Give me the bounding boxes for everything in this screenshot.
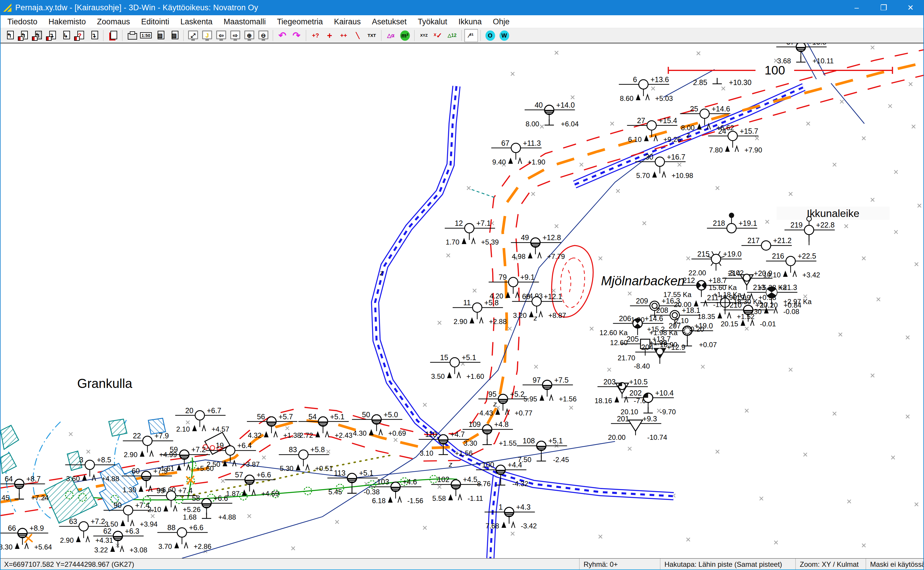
survey-point-12[interactable]: 12+7.11.70+5.39 xyxy=(445,219,499,246)
survey-point-100[interactable]: 100+4.48.76-4.32 xyxy=(476,461,528,487)
svg-text:+4.57: +4.57 xyxy=(212,425,229,433)
point-info-button[interactable]: +? xyxy=(309,29,322,42)
read-multiple-glyph: ↰ xyxy=(35,32,40,38)
survey-point-49[interactable]: 49+12.84.98+7.79 xyxy=(511,233,565,260)
svg-text:+4.88: +4.88 xyxy=(218,513,236,521)
survey-point-59[interactable]: 59+7.21.61+5.60 xyxy=(160,445,214,472)
survey-point-109[interactable]: 109+4.83.30+1.55 xyxy=(463,420,517,447)
text-tool-button[interactable]: TXT xyxy=(365,29,379,42)
svg-text:+9.26: +9.26 xyxy=(663,135,681,143)
survey-point-201[interactable]: 201+9.320.00-10.74 xyxy=(608,415,667,441)
survey-point-97[interactable]: 97+7.55.95+1.56 xyxy=(522,376,577,403)
survey-point-83[interactable]: 83+5.85.30+0.51 xyxy=(279,445,333,472)
survey-point-57[interactable]: 57+6.61.87+4.69 xyxy=(225,470,279,498)
survey-point-219[interactable]: 219+22.8 xyxy=(785,216,835,245)
zoom-in-button[interactable]: ⊕ xyxy=(243,29,256,42)
survey-point-102[interactable]: 102+4.55.58-1.11 xyxy=(431,475,483,502)
menu-hakemisto[interactable]: Hakemisto xyxy=(43,15,92,28)
zoom-out-button[interactable]: ⊖ xyxy=(257,29,270,42)
file-transfer-button[interactable]: ↳ xyxy=(59,29,72,42)
save-query-button[interactable]: ? xyxy=(73,29,86,42)
document-manager-button[interactable] xyxy=(106,29,119,42)
menu-ohje[interactable]: Ohje xyxy=(487,15,515,28)
svg-text:+18.7: +18.7 xyxy=(709,276,727,284)
read-multiple-button[interactable]: ↰ xyxy=(31,29,44,42)
sheet-settings-button[interactable]: ▤ xyxy=(153,29,167,42)
point-add-button[interactable]: + xyxy=(323,29,336,42)
svg-text:+5.1: +5.1 xyxy=(330,412,345,421)
tool-o-button[interactable]: O xyxy=(483,29,497,42)
open-file-format-button[interactable]: ↰ xyxy=(17,29,30,42)
area-calc-button[interactable]: m² xyxy=(398,29,412,42)
menu-tiedosto[interactable]: Tiedosto xyxy=(2,15,43,28)
survey-point-15[interactable]: 15+5.13.50+1.60 xyxy=(430,353,484,380)
pan-left-button[interactable]: ⇦ xyxy=(214,29,228,42)
menu-tiegeometria[interactable]: Tiegeometria xyxy=(271,15,328,28)
menu-maastomalli[interactable]: Maastomalli xyxy=(218,15,271,28)
cross-section-21-button[interactable]: ∕²¹ xyxy=(464,29,478,42)
svg-text:+4.5: +4.5 xyxy=(463,475,477,484)
map-canvas[interactable]: Ikkunaleikezzzzz100GrankullaMjölnarbacke… xyxy=(0,43,924,558)
survey-point-20[interactable]: 20+6.72.10+4.57 xyxy=(175,406,229,434)
menu-ikkuna[interactable]: Ikkuna xyxy=(453,15,487,28)
menu-zoomaus[interactable]: Zoomaus xyxy=(92,15,136,28)
survey-point-67[interactable]: 67+11.39.40+1.90 xyxy=(491,139,545,166)
menu-kairaus[interactable]: Kairaus xyxy=(328,15,367,28)
survey-point-202[interactable]: 202+10.420.10-9.70 xyxy=(620,389,676,416)
svg-text:25: 25 xyxy=(690,105,698,113)
survey-point-88[interactable]: 88+6.63.70+2.86 xyxy=(157,523,212,550)
tool-w-button[interactable]: W xyxy=(498,29,511,42)
zoom-fit-button[interactable]: ⤢ xyxy=(186,29,200,42)
close-button[interactable]: ✕ xyxy=(897,0,924,15)
svg-text:108: 108 xyxy=(522,437,535,445)
survey-point-40[interactable]: 40+14.08.00+6.04 xyxy=(525,101,579,128)
maximize-button[interactable]: ❐ xyxy=(870,0,897,15)
sheet-hatch-button[interactable]: ▨ xyxy=(167,29,181,42)
survey-point-95[interactable]: 95+5.24.43+0.77 xyxy=(478,390,533,417)
svg-text:+3.42: +3.42 xyxy=(802,271,820,279)
point-edit-multi-button[interactable]: ++ xyxy=(337,29,350,42)
svg-text:204: 204 xyxy=(641,343,654,351)
svg-text:5.58: 5.58 xyxy=(432,494,446,502)
save-file-button[interactable]: ↴ xyxy=(45,29,58,42)
print-button[interactable] xyxy=(125,29,139,42)
survey-point-37[interactable]: 37+13.83.68+10.11 xyxy=(776,43,834,65)
survey-point-6[interactable]: 6+13.68.60+5.03 xyxy=(619,75,673,102)
line-edit-glyph: ╲ xyxy=(356,32,359,38)
menu-työkalut[interactable]: Työkalut xyxy=(412,15,453,28)
zoom-previous-button[interactable]: J xyxy=(200,29,214,42)
survey-point-217[interactable]: 217+21.2 xyxy=(741,236,792,250)
svg-text:+4.69: +4.69 xyxy=(261,490,279,498)
svg-text:+12.1: +12.1 xyxy=(544,292,562,300)
point-check-button[interactable]: ˣ✓ xyxy=(431,29,445,42)
survey-point-27[interactable]: 27+15.46.10+9.26 xyxy=(627,116,681,143)
survey-point-218[interactable]: 218+19.1 xyxy=(707,213,757,233)
redo-button[interactable]: ↷ xyxy=(290,29,303,42)
survey-point-113[interactable]: 113+5.15.45-0.38 xyxy=(328,469,380,496)
area-calc-glyph: m² xyxy=(402,32,408,38)
survey-point-79[interactable]: 79+9.14.20+4.93 xyxy=(489,273,543,300)
undo-button[interactable]: ↶ xyxy=(276,29,289,42)
minimize-button[interactable]: – xyxy=(843,0,870,15)
survey-point-56[interactable]: 56+5.74.32+1.38 xyxy=(247,412,301,440)
survey-point-aux[interactable]: 2.85+10.30 xyxy=(693,78,751,86)
toolbar-separator xyxy=(103,30,104,41)
svg-text:+6.6: +6.6 xyxy=(189,523,203,532)
svg-text:+6.6: +6.6 xyxy=(214,494,228,502)
menu-editointi[interactable]: Editointi xyxy=(136,15,175,28)
triangle-calc-button[interactable]: △α xyxy=(384,29,397,42)
survey-point-50[interactable]: 50+5.04.30+0.69 xyxy=(352,411,406,437)
menu-laskenta[interactable]: Laskenta xyxy=(175,15,218,28)
triangle-model-button[interactable]: △12 xyxy=(445,29,459,42)
line-edit-button[interactable]: ╲ xyxy=(351,29,365,42)
pan-right-button[interactable]: ⇨ xyxy=(229,29,242,42)
survey-point-66[interactable]: 66+8.93.30+5.64 xyxy=(0,524,52,551)
open-file-button[interactable]: ↰ xyxy=(3,29,16,42)
scale-1-50-button[interactable]: 1:50 xyxy=(139,29,153,42)
svg-text:4.98: 4.98 xyxy=(512,253,525,260)
svg-text:+7.2: +7.2 xyxy=(191,445,206,454)
survey-point-11[interactable]: 11+5.82.90+2.88 xyxy=(453,299,507,325)
menu-asetukset[interactable]: Asetukset xyxy=(367,15,412,28)
write-file-button[interactable]: ↴ xyxy=(87,29,101,42)
coordinate-tool-button[interactable]: XYZ xyxy=(417,29,431,42)
